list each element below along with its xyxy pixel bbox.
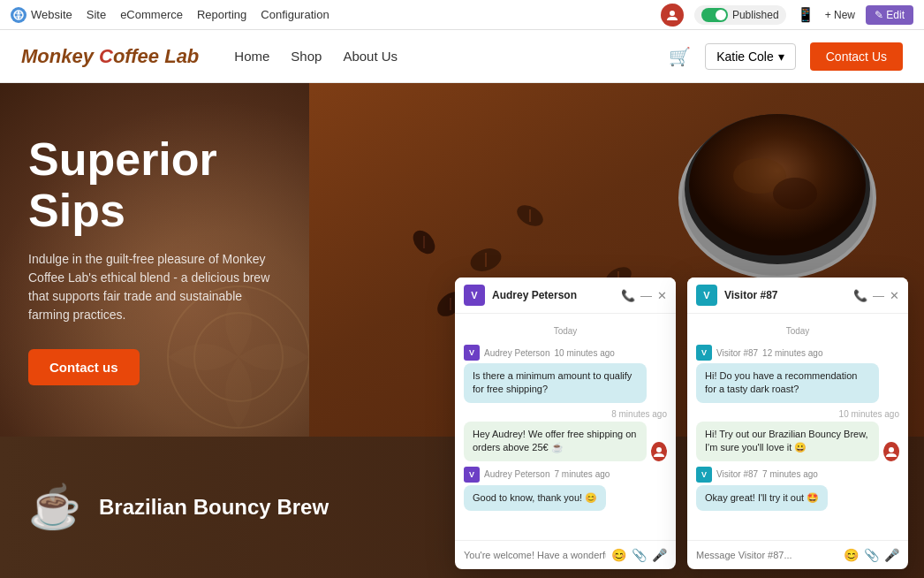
emoji-icon-2[interactable]: 😊 [844,548,859,562]
svg-point-25 [656,447,662,453]
nav-bar: Monkey Coffee Lab Home Shop About Us 🛒 K… [0,30,924,83]
msg-bubble-v1: Hi! Do you have a recommendation for a t… [696,363,879,403]
msg-sender-name-3: Audrey Peterson [484,469,550,479]
hero-left: Superior Sips Indulge in the guilt-free … [0,83,309,437]
attachment-icon-2[interactable]: 📎 [864,548,879,562]
hero-title: Superior Sips [28,134,281,235]
phone-icon-2[interactable]: 📞 [853,289,867,302]
coffee-cup-icon: ☕ [28,483,81,532]
chat-input-1[interactable] [464,550,606,560]
msg-time-3: 7 minutes ago [555,469,610,479]
toggle-pill[interactable] [701,8,728,22]
close-icon-2[interactable]: ✕ [890,289,899,302]
user-button[interactable]: Katie Cole ▾ [705,43,796,70]
phone-icon[interactable]: 📞 [621,289,635,302]
topbar-ecommerce[interactable]: eCommerce [120,8,183,21]
chat-window-audrey[interactable]: V Audrey Peterson 📞 — ✕ Today V Audrey P… [455,278,676,569]
msg-sender-name-v3: Visitor #87 [716,469,758,479]
topbar-brand[interactable]: Website [11,7,72,23]
topbar-left: Website Site eCommerce Reporting Configu… [11,7,329,23]
contact-us-nav-button[interactable]: Contact Us [810,42,903,71]
nav-home[interactable]: Home [234,49,269,64]
msg-time-v1: 12 minutes ago [762,348,822,358]
user-avatar[interactable] [661,4,684,27]
msg-time-v3: 7 minutes ago [762,469,818,479]
chat-name-visitor: Visitor #87 [724,289,846,301]
user-name: Katie Cole [716,49,774,64]
msg-sender-3: V Audrey Peterson 7 minutes ago [464,467,667,483]
resp-avatar-2 [883,442,899,461]
new-button[interactable]: + New [825,9,855,21]
chat-avatar-audrey: V [464,285,485,306]
msg-row-v3: V Visitor #87 7 minutes ago Okay great! … [696,467,899,511]
msg-row-1: V Audrey Peterson 10 minutes ago Is ther… [464,345,667,403]
msg-bubble-3: Good to know, thank you! 😊 [464,485,606,511]
chat-controls-1: 📞 — ✕ [621,289,667,302]
chat-name-audrey: Audrey Peterson [492,289,614,301]
attachment-icon[interactable]: 📎 [632,548,647,562]
minimize-icon-2[interactable]: — [873,289,884,302]
msg-bubble-2: Hey Audrey! We offer free shipping on or… [464,422,647,461]
topbar-right: Published 📱 + New ✎ Edit [661,4,913,27]
msg-with-avatar-2: Hey Audrey! We offer free shipping on or… [464,422,667,461]
mic-icon[interactable]: 🎤 [652,548,667,562]
nav-about[interactable]: About Us [343,49,398,64]
mini-avatar-3: V [464,467,480,483]
edit-button[interactable]: ✎ Edit [866,5,913,25]
msg-time-2: 8 minutes ago [464,409,667,419]
logo-ffee: offee Lab [113,45,199,67]
minimize-icon[interactable]: — [640,289,652,302]
msg-sender-name-v1: Visitor #87 [716,348,758,358]
mini-avatar-v3: V [696,467,712,483]
logo[interactable]: Monkey Coffee Lab [21,45,199,68]
msg-row-3: V Audrey Peterson 7 minutes ago Good to … [464,467,667,511]
topbar-site[interactable]: Site [87,8,106,21]
msg-bubble-v3: Okay great! I'll try it out 🤩 [696,485,828,511]
chat-window-visitor[interactable]: V Visitor #87 📞 — ✕ Today V Visitor #87 … [687,278,908,569]
msg-sender-v1: V Visitor #87 12 minutes ago [696,345,899,361]
logo-monkey: Monkey [21,45,99,67]
emoji-icon[interactable]: 😊 [611,548,626,562]
close-icon[interactable]: ✕ [657,289,667,302]
mini-avatar-1: V [464,345,480,361]
chat-body-visitor: Today V Visitor #87 12 minutes ago Hi! D… [687,314,908,540]
mic-icon-2[interactable]: 🎤 [884,548,899,562]
chat-input-2[interactable] [696,550,838,560]
nav-links: Home Shop About Us [234,49,398,64]
topbar-reporting[interactable]: Reporting [197,8,246,21]
msg-bubble-v2: Hi! Try out our Brazilian Bouncy Brew, I… [696,422,879,461]
msg-row-2: 8 minutes ago Hey Audrey! We offer free … [464,408,667,461]
chat-footer-icons-1: 😊 📎 🎤 [611,548,667,562]
topbar-configuration[interactable]: Configuration [261,8,329,21]
hero-cta-button[interactable]: Contact us [28,349,140,385]
nav-shop[interactable]: Shop [291,49,322,64]
mobile-icon[interactable]: 📱 [797,6,814,23]
msg-sender-v3: V Visitor #87 7 minutes ago [696,467,899,483]
chat-controls-2: 📞 — ✕ [853,289,899,302]
msg-sender-1: V Audrey Peterson 10 minutes ago [464,345,667,361]
cart-icon[interactable]: 🛒 [669,46,691,67]
resp-avatar-1 [651,442,667,461]
chat-avatar-visitor: V [696,285,717,306]
topbar-website-label[interactable]: Website [31,8,72,21]
svg-point-26 [889,447,894,453]
msg-row-v1: V Visitor #87 12 minutes ago Hi! Do you … [696,345,899,403]
msg-time-v2: 10 minutes ago [696,409,899,419]
toggle-dot [716,10,726,20]
svg-point-3 [670,11,675,16]
mini-avatar-v1: V [696,345,712,361]
chat-header-audrey: V Audrey Peterson 📞 — ✕ [455,278,676,314]
published-toggle[interactable]: Published [694,5,786,25]
msg-time-1: 10 minutes ago [555,348,615,358]
chat-footer-2[interactable]: 😊 📎 🎤 [687,540,908,569]
chat-date-2: Today [696,326,899,336]
msg-row-v2: 10 minutes ago Hi! Try out our Brazilian… [696,408,899,461]
brew-title: Brazilian Bouncy Brew [99,495,329,520]
chat-date-1: Today [464,326,667,336]
chat-footer-1[interactable]: 😊 📎 🎤 [455,540,676,569]
hero-description: Indulge in the guilt-free pleasure of Mo… [28,250,281,324]
msg-bubble-1: Is there a minimum amount to qualify for… [464,363,647,403]
chat-header-visitor: V Visitor #87 📞 — ✕ [687,278,908,314]
msg-sender-name-1: Audrey Peterson [484,348,550,358]
nav-right: 🛒 Katie Cole ▾ Contact Us [669,42,903,71]
